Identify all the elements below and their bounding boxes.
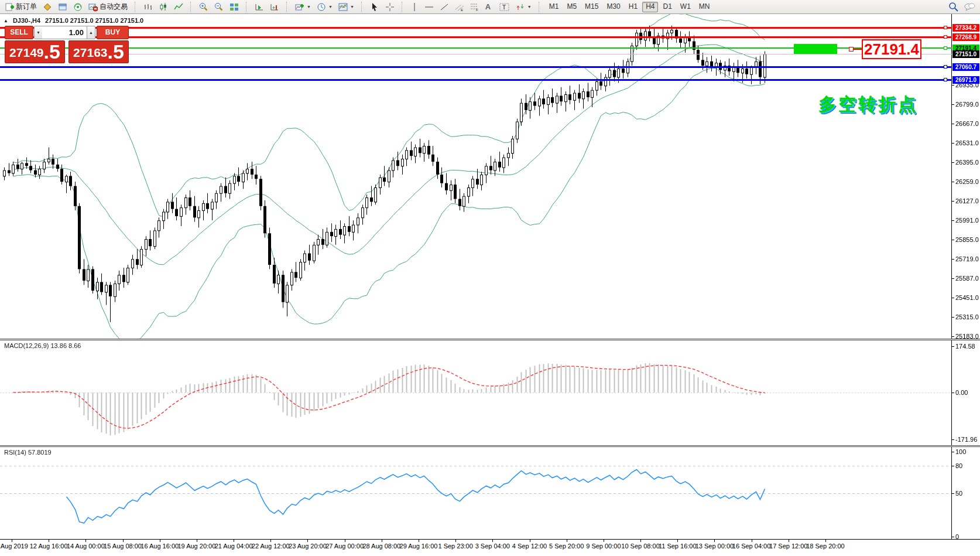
time-axis-tick-mark	[677, 540, 678, 542]
new-order-icon	[5, 2, 14, 12]
pivot-point-note[interactable]: 多空转折点	[818, 93, 918, 117]
macd-axis-tick-mark	[952, 346, 954, 347]
time-axis-tick-mark	[197, 540, 197, 542]
timeframe-button-h1[interactable]: H1	[625, 2, 641, 12]
text-label-button[interactable]: T	[497, 1, 512, 13]
buy-price-display[interactable]: 27163 .5	[68, 40, 129, 63]
time-axis-label: 16 Sep 04:00	[732, 543, 770, 550]
chart-shift-button[interactable]	[268, 1, 282, 13]
line-drag-marker[interactable]	[944, 26, 947, 29]
svg-text:E: E	[461, 8, 463, 12]
horizontal-line-27268.9[interactable]	[0, 36, 952, 38]
price-tag-26971.0: 26971.0	[952, 76, 979, 84]
time-axis-tick-mark	[49, 540, 49, 542]
horizontal-line-27334.2[interactable]	[0, 27, 952, 29]
bar-chart-button[interactable]	[141, 1, 155, 13]
timeframe-button-mn[interactable]: MN	[695, 2, 714, 12]
price-axis-tick: 26531.0	[955, 139, 979, 146]
time-axis-label: 14 Aug 00:00	[67, 543, 105, 550]
price-tag-27268.9: 27268.9	[952, 33, 979, 41]
vertical-line-button[interactable]	[408, 1, 421, 13]
timeframe-button-h4[interactable]: H4	[642, 2, 658, 12]
macd-pane-canvas[interactable]	[0, 341, 952, 444]
market-watch-button[interactable]	[40, 1, 54, 13]
tile-windows-button[interactable]	[227, 1, 241, 13]
volume-decrease-button[interactable]: ▼	[34, 26, 43, 39]
line-drag-marker[interactable]	[944, 46, 947, 50]
timeframe-button-d1[interactable]: D1	[659, 2, 675, 12]
time-axis-tick-mark	[160, 540, 160, 542]
sell-button[interactable]: SELL	[5, 26, 33, 39]
periods-button[interactable]: ▼	[314, 1, 335, 13]
autotrading-button[interactable]: 自动交易	[86, 1, 130, 13]
equidistant-channel-button[interactable]: E	[453, 1, 467, 13]
highlight-rectangle[interactable]	[794, 44, 837, 54]
time-axis-tick-mark	[825, 540, 826, 542]
line-chart-button[interactable]	[172, 1, 186, 13]
price-axis-tick: 25451.0	[955, 294, 979, 301]
rsi-pane-separator[interactable]	[0, 445, 980, 447]
time-axis-label: 5 Sep 20:00	[549, 543, 584, 550]
auto-scroll-button[interactable]	[252, 1, 266, 13]
dropdown-caret-icon: ▼	[307, 5, 311, 9]
chat-button[interactable]	[961, 1, 978, 13]
sell-price-display[interactable]: 27149 .5	[5, 40, 65, 63]
time-axis-label: 22 Aug 12:00	[252, 543, 290, 550]
volume-input[interactable]	[42, 26, 87, 39]
time-axis-label: 21 Aug 04:00	[215, 543, 253, 550]
data-window-button[interactable]	[56, 1, 70, 13]
rsi-pane-canvas[interactable]	[0, 448, 952, 539]
horizontal-line-26971.0[interactable]	[0, 79, 952, 81]
line-drag-marker[interactable]	[944, 65, 947, 69]
trendline-button[interactable]	[437, 1, 451, 13]
text-button[interactable]: A	[483, 1, 496, 13]
price-axis-tick-mark	[952, 317, 954, 318]
timeframe-button-m30[interactable]: M30	[603, 2, 623, 12]
zoom-out-button[interactable]	[212, 1, 226, 13]
macd-axis-tick: -171.96	[955, 436, 977, 443]
timeframe-button-m15[interactable]: M15	[581, 2, 602, 12]
rsi-indicator-label: RSI(14) 57.8019	[4, 449, 52, 456]
price-axis-tick: 25315.0	[955, 313, 979, 320]
crosshair-button[interactable]	[383, 1, 397, 13]
timeframe-button-m5[interactable]: M5	[563, 2, 580, 12]
price-axis-tick-mark	[952, 259, 954, 260]
buy-button[interactable]: BUY	[97, 26, 129, 39]
price-axis-tick: 25587.0	[955, 275, 979, 282]
fibonacci-button[interactable]: F	[468, 1, 482, 13]
new-order-button[interactable]: 新订单	[2, 1, 39, 13]
macd-pane-separator[interactable]	[0, 339, 980, 340]
main-chart-canvas[interactable]	[0, 14, 952, 339]
collapse-panel-icon[interactable]: ▲	[4, 18, 8, 23]
candlestick-chart-button[interactable]	[156, 1, 170, 13]
toolbar-separator	[246, 2, 249, 12]
zoom-in-button[interactable]	[197, 1, 211, 13]
cursor-button[interactable]	[368, 1, 382, 13]
price-callout-text[interactable]: 27191.4	[862, 39, 921, 59]
price-axis-tick: 25719.0	[955, 255, 979, 262]
buy-price-int: 27163	[73, 44, 107, 62]
data-window-icon	[58, 2, 67, 12]
line-drag-marker[interactable]	[944, 78, 947, 81]
timeframe-button-w1[interactable]: W1	[677, 2, 694, 12]
price-axis-tick-mark	[952, 104, 954, 105]
price-tag-27334.2: 27334.2	[952, 24, 979, 32]
new-order-label: 新订单	[16, 2, 37, 12]
price-axis-tick-mark	[952, 240, 954, 240]
time-axis-tick-mark	[12, 540, 12, 542]
time-axis-label: 19 Aug 20:00	[177, 543, 215, 550]
time-axis-tick-mark	[85, 540, 86, 542]
timeframe-button-m1[interactable]: M1	[546, 2, 563, 12]
indicators-button[interactable]: ▼	[293, 1, 313, 13]
horizontal-line-27060.7[interactable]	[0, 66, 952, 68]
time-axis-label: 12 Aug 16:00	[30, 543, 68, 550]
search-button[interactable]	[946, 1, 961, 13]
navigator-button[interactable]	[71, 1, 85, 13]
chart-symbol-period: DJ30-,H4	[13, 17, 40, 24]
horizontal-line-button[interactable]	[422, 1, 436, 13]
arrows-button[interactable]: ▼	[513, 1, 534, 13]
templates-button[interactable]: ▼	[336, 1, 357, 13]
line-drag-marker[interactable]	[944, 35, 947, 39]
time-axis-label: 4 Sep 12:00	[512, 543, 547, 550]
volume-increase-button[interactable]: ▲	[87, 26, 95, 39]
